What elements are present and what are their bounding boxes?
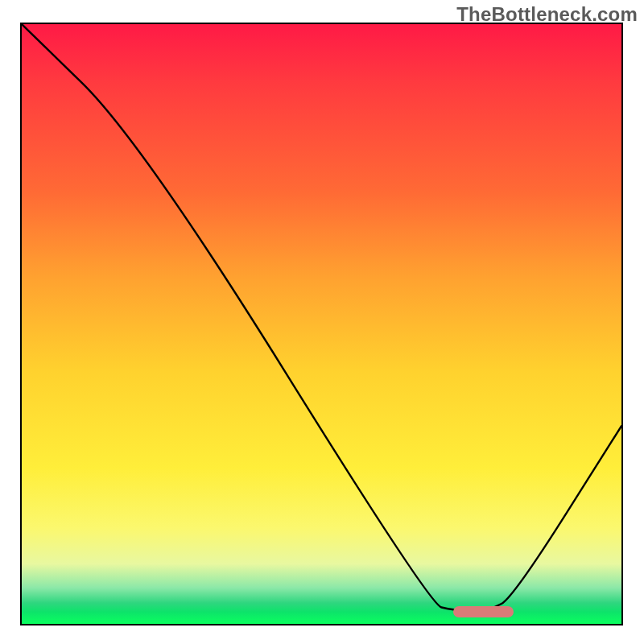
- bottleneck-curve: [22, 24, 621, 624]
- chart-frame: TheBottleneck.com: [0, 0, 644, 644]
- plot-area: [20, 23, 623, 625]
- optimal-range-marker: [453, 606, 514, 617]
